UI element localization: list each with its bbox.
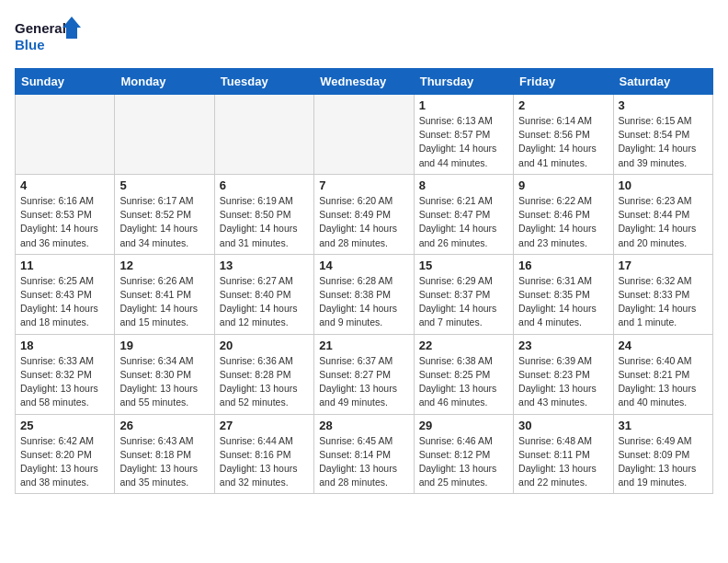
calendar-cell: 1Sunrise: 6:13 AMSunset: 8:57 PMDaylight… <box>414 95 513 175</box>
calendar-cell: 16Sunrise: 6:31 AMSunset: 8:35 PMDayligh… <box>514 254 613 334</box>
calendar-cell: 25Sunrise: 6:42 AMSunset: 8:20 PMDayligh… <box>16 414 115 494</box>
day-number: 22 <box>419 339 508 352</box>
day-number: 25 <box>20 419 109 432</box>
day-info: Sunrise: 6:13 AMSunset: 8:57 PMDaylight:… <box>419 114 508 170</box>
calendar-cell: 11Sunrise: 6:25 AMSunset: 8:43 PMDayligh… <box>16 254 115 334</box>
day-info: Sunrise: 6:31 AMSunset: 8:35 PMDaylight:… <box>518 274 608 330</box>
calendar-cell: 9Sunrise: 6:22 AMSunset: 8:46 PMDaylight… <box>514 174 613 254</box>
day-number: 13 <box>220 259 309 272</box>
day-info: Sunrise: 6:15 AMSunset: 8:54 PMDaylight:… <box>619 114 708 170</box>
day-info: Sunrise: 6:46 AMSunset: 8:12 PMDaylight:… <box>419 434 508 490</box>
day-number: 16 <box>518 259 608 272</box>
day-info: Sunrise: 6:45 AMSunset: 8:14 PMDaylight:… <box>319 434 408 490</box>
weekday-header-thursday: Thursday <box>414 69 513 95</box>
page-header: General Blue <box>15 15 713 59</box>
day-info: Sunrise: 6:16 AMSunset: 8:53 PMDaylight:… <box>20 194 109 250</box>
calendar-cell: 27Sunrise: 6:44 AMSunset: 8:16 PMDayligh… <box>214 414 313 494</box>
day-info: Sunrise: 6:36 AMSunset: 8:28 PMDaylight:… <box>220 354 309 410</box>
day-number: 12 <box>119 259 209 272</box>
svg-text:Blue: Blue <box>15 37 45 52</box>
logo: General Blue <box>15 15 88 59</box>
day-number: 1 <box>419 98 508 112</box>
day-number: 15 <box>419 259 508 272</box>
day-number: 4 <box>20 178 109 192</box>
day-number: 21 <box>319 339 408 352</box>
day-number: 8 <box>419 178 508 192</box>
calendar-cell: 23Sunrise: 6:39 AMSunset: 8:23 PMDayligh… <box>514 334 613 414</box>
day-info: Sunrise: 6:37 AMSunset: 8:27 PMDaylight:… <box>319 354 408 410</box>
calendar-cell <box>115 95 214 175</box>
day-number: 9 <box>518 178 608 192</box>
calendar-cell: 6Sunrise: 6:19 AMSunset: 8:50 PMDaylight… <box>214 174 313 254</box>
day-info: Sunrise: 6:21 AMSunset: 8:47 PMDaylight:… <box>419 194 508 250</box>
calendar-cell: 26Sunrise: 6:43 AMSunset: 8:18 PMDayligh… <box>115 414 214 494</box>
day-info: Sunrise: 6:25 AMSunset: 8:43 PMDaylight:… <box>20 274 109 330</box>
day-number: 23 <box>518 339 608 352</box>
weekday-header-friday: Friday <box>514 69 613 95</box>
calendar-cell: 29Sunrise: 6:46 AMSunset: 8:12 PMDayligh… <box>414 414 513 494</box>
day-number: 10 <box>619 178 708 192</box>
day-info: Sunrise: 6:28 AMSunset: 8:38 PMDaylight:… <box>319 274 408 330</box>
day-info: Sunrise: 6:27 AMSunset: 8:40 PMDaylight:… <box>220 274 309 330</box>
calendar-table: SundayMondayTuesdayWednesdayThursdayFrid… <box>15 68 713 494</box>
calendar-cell: 21Sunrise: 6:37 AMSunset: 8:27 PMDayligh… <box>314 334 414 414</box>
calendar-week-row: 4Sunrise: 6:16 AMSunset: 8:53 PMDaylight… <box>16 174 713 254</box>
day-number: 27 <box>220 419 309 432</box>
weekday-header-wednesday: Wednesday <box>314 69 414 95</box>
calendar-cell: 10Sunrise: 6:23 AMSunset: 8:44 PMDayligh… <box>613 174 712 254</box>
calendar-cell: 17Sunrise: 6:32 AMSunset: 8:33 PMDayligh… <box>613 254 712 334</box>
calendar-cell: 18Sunrise: 6:33 AMSunset: 8:32 PMDayligh… <box>16 334 115 414</box>
day-info: Sunrise: 6:49 AMSunset: 8:09 PMDaylight:… <box>619 434 708 490</box>
day-number: 5 <box>119 178 209 192</box>
day-number: 31 <box>619 419 708 432</box>
calendar-cell <box>214 95 313 175</box>
calendar-cell: 24Sunrise: 6:40 AMSunset: 8:21 PMDayligh… <box>613 334 712 414</box>
calendar-cell <box>314 95 414 175</box>
weekday-header-tuesday: Tuesday <box>214 69 313 95</box>
day-info: Sunrise: 6:39 AMSunset: 8:23 PMDaylight:… <box>518 354 608 410</box>
day-number: 3 <box>619 98 708 112</box>
day-info: Sunrise: 6:42 AMSunset: 8:20 PMDaylight:… <box>20 434 109 490</box>
calendar-week-row: 11Sunrise: 6:25 AMSunset: 8:43 PMDayligh… <box>16 254 713 334</box>
day-info: Sunrise: 6:38 AMSunset: 8:25 PMDaylight:… <box>419 354 508 410</box>
calendar-cell: 4Sunrise: 6:16 AMSunset: 8:53 PMDaylight… <box>16 174 115 254</box>
day-number: 30 <box>518 419 608 432</box>
logo-svg: General Blue <box>15 15 88 59</box>
calendar-cell: 22Sunrise: 6:38 AMSunset: 8:25 PMDayligh… <box>414 334 513 414</box>
calendar-week-row: 1Sunrise: 6:13 AMSunset: 8:57 PMDaylight… <box>16 95 713 175</box>
day-number: 24 <box>619 339 708 352</box>
day-info: Sunrise: 6:29 AMSunset: 8:37 PMDaylight:… <box>419 274 508 330</box>
day-number: 17 <box>619 259 708 272</box>
day-number: 20 <box>220 339 309 352</box>
calendar-cell: 14Sunrise: 6:28 AMSunset: 8:38 PMDayligh… <box>314 254 414 334</box>
day-info: Sunrise: 6:20 AMSunset: 8:49 PMDaylight:… <box>319 194 408 250</box>
calendar-cell: 5Sunrise: 6:17 AMSunset: 8:52 PMDaylight… <box>115 174 214 254</box>
day-number: 7 <box>319 178 408 192</box>
day-number: 11 <box>20 259 109 272</box>
calendar-cell: 8Sunrise: 6:21 AMSunset: 8:47 PMDaylight… <box>414 174 513 254</box>
weekday-header-sunday: Sunday <box>16 69 115 95</box>
day-number: 29 <box>419 419 508 432</box>
calendar-cell: 28Sunrise: 6:45 AMSunset: 8:14 PMDayligh… <box>314 414 414 494</box>
calendar-cell: 3Sunrise: 6:15 AMSunset: 8:54 PMDaylight… <box>613 95 712 175</box>
day-number: 26 <box>119 419 209 432</box>
day-info: Sunrise: 6:17 AMSunset: 8:52 PMDaylight:… <box>119 194 209 250</box>
day-info: Sunrise: 6:23 AMSunset: 8:44 PMDaylight:… <box>619 194 708 250</box>
calendar-week-row: 25Sunrise: 6:42 AMSunset: 8:20 PMDayligh… <box>16 414 713 494</box>
day-number: 19 <box>119 339 209 352</box>
calendar-cell <box>16 95 115 175</box>
day-info: Sunrise: 6:48 AMSunset: 8:11 PMDaylight:… <box>518 434 608 490</box>
weekday-header-saturday: Saturday <box>613 69 712 95</box>
calendar-week-row: 18Sunrise: 6:33 AMSunset: 8:32 PMDayligh… <box>16 334 713 414</box>
calendar-cell: 20Sunrise: 6:36 AMSunset: 8:28 PMDayligh… <box>214 334 313 414</box>
day-info: Sunrise: 6:19 AMSunset: 8:50 PMDaylight:… <box>220 194 309 250</box>
calendar-cell: 7Sunrise: 6:20 AMSunset: 8:49 PMDaylight… <box>314 174 414 254</box>
calendar-cell: 13Sunrise: 6:27 AMSunset: 8:40 PMDayligh… <box>214 254 313 334</box>
day-info: Sunrise: 6:22 AMSunset: 8:46 PMDaylight:… <box>518 194 608 250</box>
calendar-cell: 31Sunrise: 6:49 AMSunset: 8:09 PMDayligh… <box>613 414 712 494</box>
day-info: Sunrise: 6:33 AMSunset: 8:32 PMDaylight:… <box>20 354 109 410</box>
calendar-cell: 15Sunrise: 6:29 AMSunset: 8:37 PMDayligh… <box>414 254 513 334</box>
day-info: Sunrise: 6:43 AMSunset: 8:18 PMDaylight:… <box>119 434 209 490</box>
day-info: Sunrise: 6:26 AMSunset: 8:41 PMDaylight:… <box>119 274 209 330</box>
calendar-cell: 2Sunrise: 6:14 AMSunset: 8:56 PMDaylight… <box>514 95 613 175</box>
